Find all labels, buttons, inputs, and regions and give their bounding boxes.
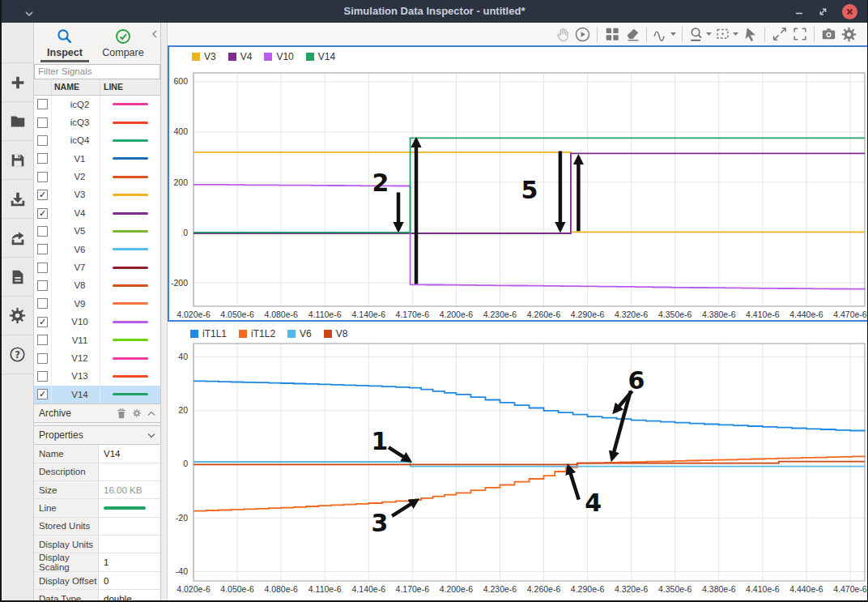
import-button[interactable] xyxy=(2,180,33,219)
properties-collapse-icon[interactable] xyxy=(147,433,155,438)
signal-checkbox[interactable] xyxy=(37,298,48,309)
signal-row[interactable]: V8 xyxy=(34,276,160,294)
signal-checkbox[interactable] xyxy=(37,226,48,237)
archive-collapse-icon[interactable] xyxy=(147,411,155,416)
signal-row[interactable]: V11 xyxy=(34,331,160,349)
series-iT1L1[interactable] xyxy=(194,381,865,431)
signal-row[interactable]: V2 xyxy=(34,168,160,186)
trash-icon[interactable] xyxy=(117,408,126,419)
legend-item[interactable]: iT1L1 xyxy=(190,328,227,339)
plot-settings-button[interactable] xyxy=(839,24,859,44)
preferences-button[interactable] xyxy=(2,297,33,335)
legend-item[interactable]: V14 xyxy=(306,51,335,62)
window-title: Simulation Data Inspector - untitled* xyxy=(2,0,867,23)
signal-checkbox[interactable]: ✓ xyxy=(37,190,48,200)
close-button[interactable] xyxy=(842,4,857,19)
property-row[interactable]: NameV14 xyxy=(34,445,160,463)
collapse-sidebar-icon[interactable] xyxy=(151,28,158,42)
export-button[interactable] xyxy=(2,219,33,258)
legend-item[interactable]: V3 xyxy=(192,51,216,62)
signal-checkbox[interactable] xyxy=(37,99,48,109)
snapshot-button[interactable] xyxy=(819,24,839,44)
signal-checkbox[interactable] xyxy=(37,153,48,164)
signal-row[interactable]: icQ3 xyxy=(34,113,160,131)
signal-style-button[interactable] xyxy=(651,24,678,44)
replay-animation-button[interactable] xyxy=(572,24,593,44)
sidebar-divider[interactable] xyxy=(161,23,168,600)
property-row[interactable]: Display Scaling1 xyxy=(34,553,160,571)
signal-row[interactable]: V5 xyxy=(34,222,160,240)
signal-checkbox[interactable] xyxy=(37,117,48,128)
signal-row[interactable]: ✓V10 xyxy=(34,313,160,331)
fit-to-view-button[interactable] xyxy=(713,24,740,44)
help-button[interactable]: ? xyxy=(2,335,33,374)
open-button[interactable] xyxy=(2,102,33,141)
new-button[interactable] xyxy=(2,63,33,102)
signal-row[interactable]: V6 xyxy=(34,241,160,258)
zoom-in-x-button[interactable] xyxy=(687,24,713,44)
signal-row[interactable]: ✓V3 xyxy=(34,186,160,203)
signal-row[interactable]: V12 xyxy=(34,349,160,367)
legend-item[interactable]: iT1L2 xyxy=(239,328,275,339)
signal-checkbox[interactable] xyxy=(37,172,48,182)
expand-arrows-icon xyxy=(772,26,788,42)
signal-checkbox[interactable] xyxy=(37,353,48,364)
signal-row[interactable]: V7 xyxy=(34,258,160,276)
property-row[interactable]: Line xyxy=(34,499,160,517)
minimize-button[interactable] xyxy=(794,6,804,16)
property-row[interactable]: Display Offset0 xyxy=(34,572,160,590)
signal-checkbox[interactable]: ✓ xyxy=(37,208,48,219)
signal-row[interactable]: icQ4 xyxy=(34,131,160,149)
top-chart[interactable]: V3V4V10V14 4.020e-64.050e-64.080e-64.110… xyxy=(168,45,868,322)
legend-item[interactable]: V4 xyxy=(228,51,253,62)
export-icon xyxy=(9,229,27,247)
signal-checkbox[interactable] xyxy=(37,335,48,345)
create-report-button[interactable] xyxy=(2,258,33,297)
signal-checkbox[interactable] xyxy=(37,135,48,146)
signal-row[interactable]: icQ2 xyxy=(34,96,160,113)
archive-gear-icon[interactable] xyxy=(132,408,142,418)
x-tick-label: 4.170e-6 xyxy=(396,310,430,319)
signal-name: V9 xyxy=(52,295,100,313)
property-row[interactable]: Stored Units xyxy=(34,518,160,536)
y-tick-label: 0 xyxy=(183,228,188,237)
signal-row[interactable]: ✓V4 xyxy=(34,204,160,222)
filter-signals-input[interactable] xyxy=(34,64,160,79)
signal-line-swatch xyxy=(113,122,148,124)
legend-item[interactable]: V6 xyxy=(287,328,312,339)
signal-checkbox[interactable] xyxy=(37,371,48,382)
signal-row[interactable]: V9 xyxy=(34,295,160,313)
signal-checkbox[interactable]: ✓ xyxy=(37,389,48,399)
subplot-layout-button[interactable] xyxy=(602,24,622,44)
property-row[interactable]: Description xyxy=(34,463,160,481)
pan-button[interactable] xyxy=(552,24,572,44)
tab-compare[interactable]: Compare xyxy=(94,23,152,63)
tab-inspect[interactable]: Inspect xyxy=(36,23,94,63)
signal-row[interactable]: ✓V14 xyxy=(34,386,160,403)
signal-row[interactable]: V1 xyxy=(34,150,160,168)
sidebar: Inspect Compare NAME LINE icQ2icQ3icQ4V1… xyxy=(34,23,161,600)
properties-bar[interactable]: Properties xyxy=(34,425,160,445)
signal-checkbox[interactable] xyxy=(37,263,48,273)
fullscreen-button[interactable] xyxy=(789,24,810,44)
archive-bar[interactable]: Archive xyxy=(34,403,160,423)
zoom-x-icon xyxy=(688,26,704,42)
expand-button[interactable] xyxy=(769,24,789,44)
signal-row[interactable]: V13 xyxy=(34,367,160,385)
signal-checkbox[interactable] xyxy=(37,280,48,291)
property-row[interactable]: Display Units xyxy=(34,536,160,553)
legend-item[interactable]: V10 xyxy=(264,51,293,62)
signal-name: V10 xyxy=(52,313,100,331)
property-row[interactable]: Size16.00 KB xyxy=(34,481,160,499)
signal-line-swatch xyxy=(113,103,148,105)
restore-button[interactable] xyxy=(818,6,828,17)
signal-checkbox[interactable]: ✓ xyxy=(37,317,48,327)
save-button[interactable] xyxy=(2,141,33,180)
cursor-button[interactable] xyxy=(740,24,760,44)
signal-name: V13 xyxy=(52,367,100,385)
clear-plots-button[interactable] xyxy=(622,24,642,44)
legend-item[interactable]: V8 xyxy=(324,328,348,339)
property-row[interactable]: Data Typedouble xyxy=(34,590,160,600)
signal-checkbox[interactable] xyxy=(37,244,48,254)
bottom-chart[interactable]: iT1L1iT1L2V6V8 4.020e-64.050e-64.080e-64… xyxy=(168,324,868,602)
